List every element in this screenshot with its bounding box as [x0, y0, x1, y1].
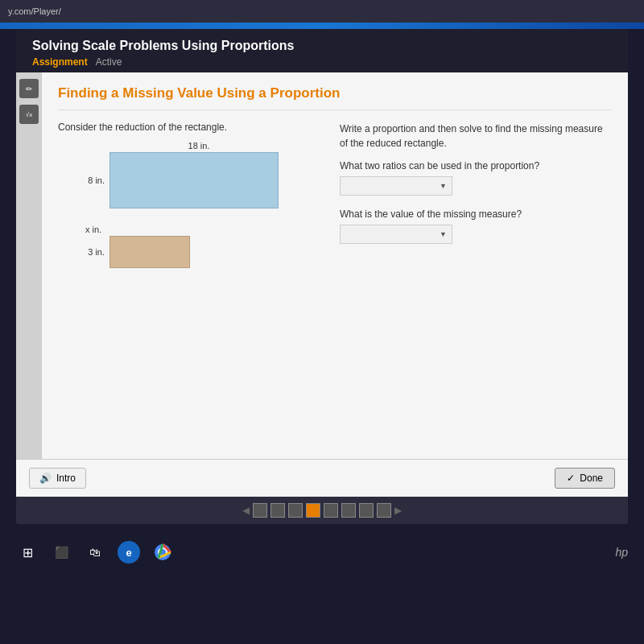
question2-text: What is the value of the missing measure… [340, 208, 612, 220]
progress-dot-2[interactable] [270, 503, 285, 518]
windows-start-icon[interactable]: ⊞ [16, 541, 39, 564]
browser-bar: y.com/Player/ [0, 0, 644, 23]
ratio-dropdown-arrow: ▼ [440, 182, 447, 190]
progress-dot-5[interactable] [324, 503, 338, 518]
formula-tool[interactable]: √x [19, 105, 39, 124]
small-rectangle [109, 236, 190, 268]
two-column-layout: Consider the reduction of the rectangle.… [58, 122, 612, 268]
taskbar: ⊞ ⬛ 🛍 e hp [0, 532, 644, 572]
panel-title: Finding a Missing Value Using a Proporti… [58, 85, 612, 110]
speaker-icon: 🔊 [39, 473, 52, 484]
progress-dot-6[interactable] [341, 503, 356, 518]
intro-label: Intro [56, 473, 76, 484]
monitor-icon[interactable]: ⬛ [50, 541, 72, 564]
left-column: Consider the reduction of the rectangle.… [58, 122, 316, 268]
large-rect-height-label: 8 in. [82, 175, 105, 185]
page-title: Solving Scale Problems Using Proportions [32, 39, 612, 53]
large-rectangle [109, 152, 279, 208]
large-rect-row: 8 in. [82, 152, 316, 208]
progress-dot-4[interactable] [306, 503, 320, 518]
page-header: Solving Scale Problems Using Proportions… [16, 29, 628, 72]
missing-measure-dropdown[interactable]: ▼ [340, 225, 452, 244]
progress-dot-1[interactable] [253, 503, 267, 518]
bottom-nav: 🔊 Intro ✓ Done [16, 459, 628, 497]
store-icon[interactable]: 🛍 [84, 541, 106, 564]
edge-browser-icon[interactable]: e [118, 541, 140, 564]
tab-assignment[interactable]: Assignment [32, 56, 88, 68]
intro-button[interactable]: 🔊 Intro [29, 468, 86, 489]
laptop-screen: Solving Scale Problems Using Proportions… [16, 29, 628, 524]
chrome-browser-icon[interactable] [151, 541, 174, 564]
content-area: ✏ √x Finding a Missing Value Using a Pro… [16, 72, 628, 459]
consider-text: Consider the reduction of the rectangle. [58, 122, 316, 133]
small-rect-wrapper: x in. 3 in. [82, 225, 316, 268]
large-rect-wrapper: 18 in. 8 in. [82, 141, 316, 208]
done-label: Done [580, 473, 603, 484]
browser-url: y.com/Player/ [8, 6, 61, 16]
main-panel: Finding a Missing Value Using a Proporti… [42, 72, 628, 459]
ratio-dropdown[interactable]: ▼ [340, 176, 452, 196]
blue-top-bar [0, 23, 644, 29]
progress-dot-7[interactable] [359, 503, 374, 518]
diagram-container: 18 in. 8 in. x in. 3 in. [58, 141, 316, 268]
small-rect-height-label: 3 in. [82, 247, 105, 257]
checkmark-icon: ✓ [567, 473, 575, 484]
progress-prev-arrow[interactable]: ◀ [242, 505, 250, 516]
small-rect-width-label: x in. [85, 225, 316, 234]
progress-dot-3[interactable] [288, 503, 303, 518]
question1-text: What two ratios can be used in the propo… [340, 160, 612, 171]
small-rect-row: 3 in. [82, 236, 316, 268]
large-rect-width-label: 18 in. [82, 141, 316, 151]
pencil-tool[interactable]: ✏ [19, 79, 39, 98]
progress-bar: ◀ ▶ [16, 497, 628, 524]
question-intro-text: Write a proportion and then solve to fin… [340, 122, 612, 151]
hp-logo: hp [615, 546, 628, 559]
progress-dot-8[interactable] [377, 503, 391, 518]
right-column: Write a proportion and then solve to fin… [340, 122, 612, 268]
done-button[interactable]: ✓ Done [555, 468, 615, 489]
tab-active-label: Active [96, 56, 122, 68]
missing-measure-dropdown-arrow: ▼ [440, 230, 447, 238]
left-tools: ✏ √x [16, 72, 42, 459]
progress-next-arrow[interactable]: ▶ [394, 505, 402, 516]
tab-bar: Assignment Active [32, 56, 612, 68]
